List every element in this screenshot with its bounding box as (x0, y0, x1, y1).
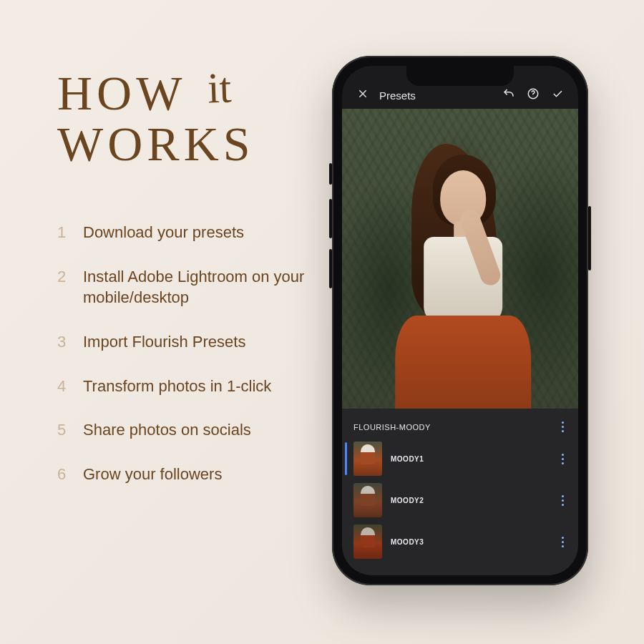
heading: HOW it WORKS (57, 68, 255, 170)
undo-icon[interactable] (501, 86, 517, 102)
phone-power-button (588, 206, 591, 270)
phone-volume-down-button (329, 249, 332, 288)
step-number: 1 (57, 222, 67, 243)
more-icon[interactable] (559, 492, 567, 509)
preset-label: MOODY2 (391, 497, 550, 504)
preset-item[interactable]: MOODY1 (342, 438, 578, 479)
step-text: Share photos on socials (83, 419, 322, 441)
steps-list: 1 Download your presets 2 Install Adobe … (57, 222, 322, 508)
heading-word-it: it (207, 65, 233, 111)
more-icon[interactable] (559, 419, 567, 435)
confirm-icon[interactable] (550, 86, 565, 102)
preset-label: MOODY1 (391, 455, 550, 463)
step-text: Download your presets (83, 222, 322, 243)
phone-notch (406, 66, 514, 86)
preset-group-label: FLOURISH-MOODY (353, 423, 431, 431)
heading-word-how: HOW (57, 66, 185, 120)
step-number: 5 (57, 419, 67, 441)
edited-photo[interactable] (342, 109, 578, 409)
preset-thumbnail (353, 441, 382, 476)
preset-label: MOODY3 (391, 538, 550, 546)
app-header-title: Presets (379, 89, 492, 102)
preset-thumbnail (353, 483, 382, 517)
close-icon[interactable] (355, 86, 371, 102)
step-text: Grow your followers (83, 464, 322, 485)
phone-mute-switch (329, 163, 332, 185)
step-text: Import Flourish Presets (83, 331, 322, 353)
preset-item[interactable]: MOODY2 (342, 479, 578, 521)
step-number: 2 (57, 266, 67, 308)
step-number: 3 (57, 331, 67, 353)
preset-thumbnail (353, 525, 382, 559)
phone-screen: Presets (342, 66, 578, 575)
step-item: 3 Import Flourish Presets (57, 331, 322, 353)
svg-point-1 (533, 96, 534, 97)
step-item: 5 Share photos on socials (57, 419, 322, 441)
step-item: 4 Transform photos in 1-click (57, 376, 322, 397)
step-item: 6 Grow your followers (57, 464, 322, 485)
preset-list: MOODY1 MOODY2 MOODY3 (342, 438, 578, 575)
photo-subject (388, 151, 538, 409)
preset-group-bar[interactable]: FLOURISH-MOODY (342, 409, 578, 438)
heading-word-works: WORKS (57, 119, 255, 170)
step-text: Install Adobe Lightroom on your mobile/d… (83, 266, 322, 308)
more-icon[interactable] (559, 534, 567, 550)
preset-item[interactable]: MOODY3 (342, 521, 578, 562)
step-text: Transform photos in 1-click (83, 376, 322, 397)
step-item: 1 Download your presets (57, 222, 322, 243)
step-number: 4 (57, 376, 67, 397)
step-number: 6 (57, 464, 67, 485)
step-item: 2 Install Adobe Lightroom on your mobile… (57, 266, 322, 308)
more-icon[interactable] (559, 451, 567, 467)
help-icon[interactable] (525, 86, 541, 102)
phone-volume-up-button (329, 199, 332, 238)
phone-mockup: Presets (332, 56, 588, 585)
